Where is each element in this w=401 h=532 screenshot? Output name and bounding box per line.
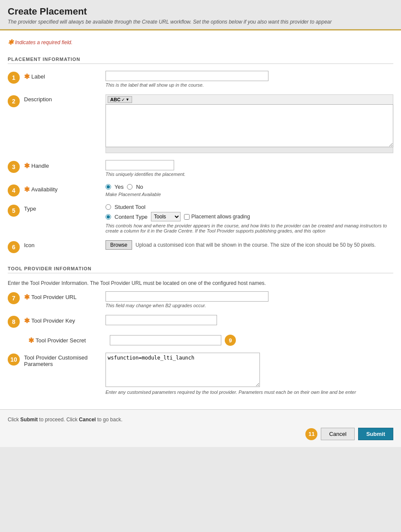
provider-secret-input[interactable] bbox=[110, 335, 221, 345]
student-tool-row: Student Tool bbox=[106, 204, 393, 210]
check-icon: ✓ bbox=[121, 97, 125, 102]
provider-url-label: ✱ Tool Provider URL bbox=[24, 291, 106, 301]
grading-checkbox[interactable] bbox=[184, 214, 190, 220]
step-badge-2: 2 bbox=[8, 95, 20, 107]
description-footer bbox=[106, 147, 393, 153]
asterisk-icon: ✱ bbox=[8, 38, 13, 46]
availability-hint: Make Placement Available bbox=[106, 192, 393, 197]
icon-hint: Upload a customised icon that will be sh… bbox=[136, 242, 376, 248]
submit-bold1: Submit bbox=[20, 417, 38, 423]
handle-field-label: ✱ Handle bbox=[24, 160, 106, 170]
content-type-radio[interactable] bbox=[106, 214, 111, 220]
submit-text-mid: to proceed. Click bbox=[38, 417, 79, 423]
abc-icon: ABC bbox=[110, 97, 121, 102]
required-asterisk-avail: ✱ bbox=[24, 185, 30, 193]
description-field-label: Description bbox=[24, 94, 106, 103]
provider-url-input[interactable] bbox=[106, 291, 268, 302]
page-header: Create Placement The provider specified … bbox=[0, 0, 401, 30]
spellcheck-button[interactable]: ABC ✓ ▼ bbox=[108, 96, 132, 103]
no-label: No bbox=[136, 184, 143, 190]
icon-row: 6 Icon Browse Upload a customised icon t… bbox=[8, 240, 393, 253]
student-tool-label: Student Tool bbox=[115, 204, 145, 210]
provider-secret-label: ✱ Tool Provider Secret bbox=[28, 335, 110, 345]
placement-section-heading: PLACEMENT INFORMATION bbox=[8, 57, 393, 64]
description-field-content: ABC ✓ ▼ bbox=[106, 94, 393, 153]
availability-row: 4 ✱ Availability Yes No Make Placement A… bbox=[8, 184, 393, 197]
tool-provider-section: TOOL PROVIDER INFORMATION Enter the Tool… bbox=[8, 266, 393, 395]
provider-url-row: 7 ✱ Tool Provider URL This field may cha… bbox=[8, 291, 393, 308]
provider-key-label: ✱ Tool Provider Key bbox=[24, 315, 106, 325]
custom-params-textarea[interactable]: wsfunction=module_lti_launch bbox=[106, 353, 260, 387]
content-type-label: Content Type bbox=[115, 214, 148, 220]
availability-no-radio[interactable] bbox=[127, 184, 133, 190]
cancel-button[interactable]: Cancel bbox=[321, 428, 354, 440]
page-subtitle: The provider specified will always be av… bbox=[8, 19, 393, 25]
content-type-select[interactable]: Tools Content Media bbox=[151, 212, 181, 221]
submit-instructions: Click Submit to proceed. Click Cancel to… bbox=[8, 417, 393, 423]
content-type-row: Content Type Tools Content Media Placeme… bbox=[106, 212, 393, 221]
provider-secret-row: ✱ Tool Provider Secret 9 bbox=[8, 335, 393, 346]
type-field-label: Type bbox=[24, 204, 106, 212]
step-badge-4: 4 bbox=[8, 184, 20, 196]
handle-hint: This uniquely identifies the placement. bbox=[106, 172, 393, 177]
main-content: ✱ Indicates a required field. PLACEMENT … bbox=[0, 30, 401, 409]
type-row: 5 Type Student Tool Content Type Tools C… bbox=[8, 204, 393, 233]
required-asterisk-url: ✱ bbox=[24, 293, 30, 301]
submit-text-post: to go back. bbox=[96, 417, 122, 423]
button-row: 11 Cancel Submit bbox=[8, 428, 393, 440]
step-badge-10: 10 bbox=[8, 354, 20, 366]
page-title: Create Placement bbox=[8, 6, 393, 17]
availability-field-label: ✱ Availability bbox=[24, 184, 106, 193]
availability-radio-group: Yes No bbox=[106, 184, 393, 190]
step-badge-6: 6 bbox=[8, 241, 20, 253]
label-row: 1 ✱ Label This is the label that will sh… bbox=[8, 71, 393, 88]
submit-button[interactable]: Submit bbox=[358, 428, 393, 440]
description-row: 2 Description ABC ✓ ▼ bbox=[8, 94, 393, 153]
step-badge-3: 3 bbox=[8, 161, 20, 173]
browse-button[interactable]: Browse bbox=[106, 240, 132, 250]
cancel-bold2: Cancel bbox=[79, 417, 96, 423]
submit-footer: Click Submit to proceed. Click Cancel to… bbox=[0, 409, 401, 447]
provider-key-row: 8 ✱ Tool Provider Key bbox=[8, 315, 393, 328]
handle-input[interactable] bbox=[106, 160, 174, 170]
availability-yes-radio[interactable] bbox=[106, 184, 111, 190]
icon-field-label: Icon bbox=[24, 240, 106, 248]
tool-provider-intro: Enter the Tool Provider Information. The… bbox=[8, 280, 393, 286]
custom-params-row: 10 Tool Provider Customised Parameters w… bbox=[8, 353, 393, 395]
student-tool-radio[interactable] bbox=[106, 204, 111, 210]
grading-checkbox-label: Placement allows grading bbox=[184, 214, 250, 220]
type-description: This controls how and where the provider… bbox=[106, 223, 393, 233]
custom-params-content: wsfunction=module_lti_launch Enter any c… bbox=[106, 353, 393, 395]
type-field-content: Student Tool Content Type Tools Content … bbox=[106, 204, 393, 233]
dropdown-icon: ▼ bbox=[126, 97, 130, 102]
label-input[interactable] bbox=[106, 71, 268, 81]
custom-params-label: Tool Provider Customised Parameters bbox=[24, 353, 106, 367]
custom-params-hint: Enter any customised parameters required… bbox=[106, 390, 393, 395]
step-badge-8: 8 bbox=[8, 316, 20, 328]
provider-url-hint: This field may change when B2 upgrades o… bbox=[106, 303, 393, 308]
provider-key-content bbox=[106, 315, 393, 325]
label-field-content: This is the label that will show up in t… bbox=[106, 71, 393, 88]
icon-field-content: Browse Upload a customised icon that wil… bbox=[106, 240, 393, 250]
label-field-label: ✱ Label bbox=[24, 71, 106, 81]
handle-field-content: This uniquely identifies the placement. bbox=[106, 160, 393, 177]
step-badge-1: 1 bbox=[8, 72, 20, 84]
step-badge-5: 5 bbox=[8, 205, 20, 217]
step-badge-7: 7 bbox=[8, 292, 20, 304]
step-badge-9: 9 bbox=[225, 335, 236, 346]
submit-text-pre: Click bbox=[8, 417, 20, 423]
tool-provider-heading: TOOL PROVIDER INFORMATION bbox=[8, 266, 393, 273]
yes-label: Yes bbox=[115, 184, 124, 190]
required-asterisk-secret: ✱ bbox=[28, 336, 34, 345]
description-textarea[interactable] bbox=[106, 104, 393, 147]
handle-row: 3 ✱ Handle This uniquely identifies the … bbox=[8, 160, 393, 177]
required-asterisk: ✱ bbox=[24, 73, 30, 81]
availability-field-content: Yes No Make Placement Available bbox=[106, 184, 393, 197]
label-hint: This is the label that will show up in t… bbox=[106, 82, 393, 88]
description-toolbar: ABC ✓ ▼ bbox=[106, 94, 393, 104]
step-badge-11: 11 bbox=[305, 428, 317, 440]
provider-secret-content: 9 bbox=[110, 335, 393, 346]
required-asterisk-handle: ✱ bbox=[24, 162, 30, 170]
required-asterisk-key: ✱ bbox=[24, 317, 30, 325]
provider-key-input[interactable] bbox=[106, 315, 217, 325]
